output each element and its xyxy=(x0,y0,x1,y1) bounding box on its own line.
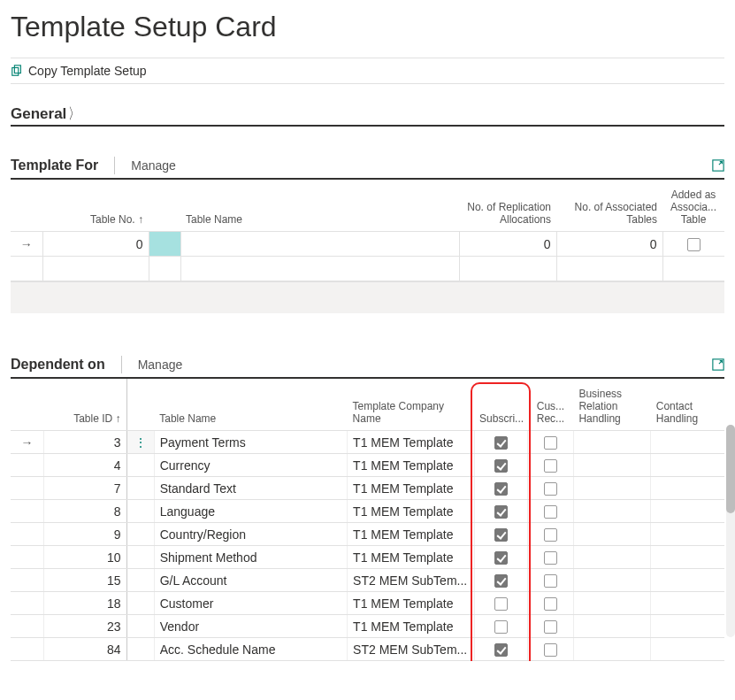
cell-selected[interactable] xyxy=(149,232,180,257)
col-contact-handling[interactable]: Contact Handling xyxy=(651,379,724,431)
cell-table-id[interactable]: 10 xyxy=(43,546,126,569)
cell-business-relation-handling[interactable] xyxy=(573,546,650,569)
copy-template-setup-action[interactable]: Copy Template Setup xyxy=(28,64,147,78)
col-business-relation-handling[interactable]: Business Relation Handling xyxy=(573,379,650,431)
cell-cus-rec[interactable] xyxy=(527,592,573,615)
row-menu-icon[interactable]: ⋮ xyxy=(126,431,154,454)
cell-table-name[interactable]: Payment Terms xyxy=(154,431,347,454)
table-row[interactable]: 23VendorT1 MEM Template xyxy=(11,615,724,638)
checkbox-icon[interactable] xyxy=(494,459,508,473)
table-row[interactable]: 18CustomerT1 MEM Template xyxy=(11,592,724,615)
checkbox-icon[interactable] xyxy=(544,597,557,611)
cell-subscribe[interactable] xyxy=(474,546,527,569)
col-table-id[interactable]: Table ID ↑ xyxy=(43,379,126,431)
cell-contact-handling[interactable] xyxy=(651,592,724,615)
cell-contact-handling[interactable] xyxy=(651,477,724,500)
cell-subscribe[interactable] xyxy=(474,431,527,454)
checkbox-icon[interactable] xyxy=(544,436,557,450)
cell-table-id[interactable]: 23 xyxy=(43,615,126,638)
cell-business-relation-handling[interactable] xyxy=(573,500,650,523)
cell-table-name[interactable]: Vendor xyxy=(154,615,347,638)
cell-contact-handling[interactable] xyxy=(651,569,724,592)
col-subscribe[interactable]: Subscri... xyxy=(474,379,527,431)
cell-replication-allocations[interactable]: 0 xyxy=(459,232,556,257)
cell-table-name[interactable]: Country/Region xyxy=(154,523,347,546)
cell-business-relation-handling[interactable] xyxy=(573,615,650,638)
table-row[interactable]: →3⋮Payment TermsT1 MEM Template xyxy=(11,431,724,454)
cell-contact-handling[interactable] xyxy=(651,615,724,638)
cell-added-as-associated[interactable] xyxy=(662,232,724,257)
cell-table-name[interactable] xyxy=(180,232,459,257)
checkbox-icon[interactable] xyxy=(494,505,508,519)
checkbox-icon[interactable] xyxy=(544,528,557,542)
checkbox-icon[interactable] xyxy=(544,574,557,588)
cell-business-relation-handling[interactable] xyxy=(573,477,650,500)
checkbox-icon[interactable] xyxy=(494,528,508,542)
general-section-header[interactable]: General 〉 xyxy=(11,105,724,127)
cell-cus-rec[interactable] xyxy=(527,638,573,661)
table-row[interactable]: 7Standard TextT1 MEM Template xyxy=(11,477,724,500)
checkbox-icon[interactable] xyxy=(494,643,508,657)
template-for-manage[interactable]: Manage xyxy=(131,158,176,173)
cell-cus-rec[interactable] xyxy=(527,454,573,477)
cell-table-id[interactable]: 4 xyxy=(43,454,126,477)
cell-subscribe[interactable] xyxy=(474,477,527,500)
cell-subscribe[interactable] xyxy=(474,592,527,615)
checkbox-icon[interactable] xyxy=(494,620,508,634)
cell-contact-handling[interactable] xyxy=(651,523,724,546)
cell-template-company-name[interactable]: T1 MEM Template xyxy=(348,592,475,615)
scrollbar[interactable] xyxy=(726,425,735,637)
cell-contact-handling[interactable] xyxy=(651,500,724,523)
cell-template-company-name[interactable]: T1 MEM Template xyxy=(348,454,475,477)
table-row-empty[interactable] xyxy=(11,257,724,281)
cell-table-id[interactable]: 18 xyxy=(43,592,126,615)
cell-template-company-name[interactable]: ST2 MEM SubTem... xyxy=(348,569,475,592)
col-table-name[interactable]: Table Name xyxy=(180,180,459,232)
cell-table-id[interactable]: 3 xyxy=(43,431,126,454)
checkbox-icon[interactable] xyxy=(494,597,508,611)
checkbox-icon[interactable] xyxy=(494,482,508,496)
expand-icon[interactable] xyxy=(712,159,724,172)
checkbox-icon[interactable] xyxy=(687,238,701,251)
cell-table-id[interactable]: 15 xyxy=(43,569,126,592)
col-table-no[interactable]: Table No. ↑ xyxy=(42,180,149,232)
cell-cus-rec[interactable] xyxy=(527,615,573,638)
cell-template-company-name[interactable]: ST2 MEM SubTem... xyxy=(348,638,475,661)
cell-business-relation-handling[interactable] xyxy=(573,592,650,615)
cell-subscribe[interactable] xyxy=(474,569,527,592)
checkbox-icon[interactable] xyxy=(544,551,557,565)
cell-template-company-name[interactable]: T1 MEM Template xyxy=(348,523,475,546)
table-row[interactable]: 9Country/RegionT1 MEM Template xyxy=(11,523,724,546)
expand-icon[interactable] xyxy=(712,358,724,371)
col-table-name[interactable]: Table Name xyxy=(154,379,347,431)
checkbox-icon[interactable] xyxy=(494,436,508,450)
checkbox-icon[interactable] xyxy=(494,574,508,588)
scrollbar-thumb[interactable] xyxy=(726,425,735,513)
cell-subscribe[interactable] xyxy=(474,454,527,477)
cell-template-company-name[interactable]: T1 MEM Template xyxy=(348,431,475,454)
cell-cus-rec[interactable] xyxy=(527,523,573,546)
cell-subscribe[interactable] xyxy=(474,500,527,523)
cell-table-name[interactable]: Currency xyxy=(154,454,347,477)
cell-business-relation-handling[interactable] xyxy=(573,638,650,661)
cell-associated-tables[interactable]: 0 xyxy=(556,232,662,257)
cell-template-company-name[interactable]: T1 MEM Template xyxy=(348,546,475,569)
cell-subscribe[interactable] xyxy=(474,523,527,546)
cell-template-company-name[interactable]: T1 MEM Template xyxy=(348,500,475,523)
table-row[interactable]: 84Acc. Schedule NameST2 MEM SubTem... xyxy=(11,638,724,661)
checkbox-icon[interactable] xyxy=(544,482,557,496)
cell-table-id[interactable]: 8 xyxy=(43,500,126,523)
checkbox-icon[interactable] xyxy=(494,551,508,565)
cell-cus-rec[interactable] xyxy=(527,569,573,592)
table-row[interactable]: 15G/L AccountST2 MEM SubTem... xyxy=(11,569,724,592)
cell-table-name[interactable]: Shipment Method xyxy=(154,546,347,569)
table-row[interactable]: → 0 0 0 xyxy=(11,232,724,257)
cell-contact-handling[interactable] xyxy=(651,431,724,454)
cell-table-id[interactable]: 9 xyxy=(43,523,126,546)
cell-cus-rec[interactable] xyxy=(527,477,573,500)
cell-contact-handling[interactable] xyxy=(651,454,724,477)
col-replication-allocations[interactable]: No. of Replication Allocations xyxy=(459,180,556,232)
dependent-on-manage[interactable]: Manage xyxy=(138,358,183,372)
table-row[interactable]: 10Shipment MethodT1 MEM Template xyxy=(11,546,724,569)
col-template-company-name[interactable]: Template Company Name xyxy=(348,379,475,431)
